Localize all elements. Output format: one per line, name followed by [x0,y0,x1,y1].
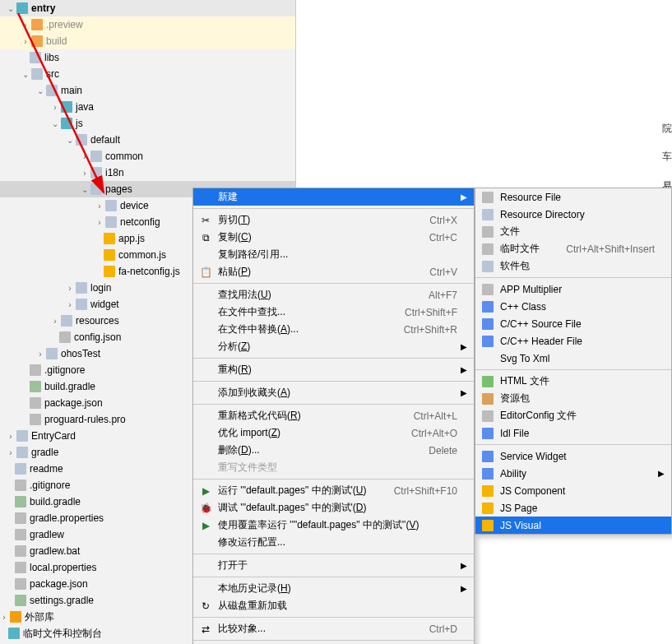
module-folder-icon [16,2,28,14]
tree-item-i18n[interactable]: ›i18n [0,164,295,181]
js-file-icon [482,520,494,531]
folder-icon [90,167,102,178]
submenu-arrow-icon: ▶ [461,388,467,397]
menu-item-addfav[interactable]: 添加到收藏夹(A)▶ [193,384,474,401]
tree-label: src [46,68,59,80]
tree-item-default[interactable]: ⌄default [0,132,295,148]
menu-item-resdir[interactable]: Resource Directory [475,206,671,223]
html-file-icon [482,376,494,387]
menu-item-analyze[interactable]: 分析(Z)▶ [193,338,474,355]
submenu-arrow-icon: ▶ [658,469,665,478]
menu-item-copy[interactable]: ⧉复制(C)Ctrl+C [193,229,474,246]
chevron-right-icon: › [0,613,8,622]
tree-item-libs[interactable]: libs [0,49,295,66]
scratches-icon [8,628,20,639]
file-icon [15,512,26,524]
file-icon [482,243,494,255]
folder-icon [16,447,28,458]
menu-item-editruncfg[interactable]: 修改运行配置... [193,534,474,551]
menu-divider [193,554,474,554]
menu-item-coverage[interactable]: ▶使用覆盖率运行 ''"default.pages" 中的测试''(V) [193,517,474,534]
tree-item-common[interactable]: ›common [0,148,295,164]
submenu-arrow-icon: ▶ [461,561,467,570]
folder-icon [105,216,117,228]
idl-file-icon [482,428,494,439]
gradle-file-icon [15,595,26,606]
menu-item-ability[interactable]: Ability▶ [475,465,671,482]
menu-item-idl[interactable]: Idl File [475,424,671,442]
tree-item-preview[interactable]: ›.preview [0,16,295,33]
menu-item-jspage[interactable]: JS Page [475,499,671,517]
chevron-right-icon: › [7,432,15,441]
menu-item-delete[interactable]: 删除(D)...Delete [193,442,474,459]
menu-item-cpphdr[interactable]: C/C++ Header File [475,332,671,350]
menu-item-paste[interactable]: 📋粘贴(P)Ctrl+V [193,263,474,280]
menu-item-refactor[interactable]: 重构(R)▶ [193,361,474,378]
tree-item-main[interactable]: ⌄main [0,82,295,99]
menu-item-openin[interactable]: 打开于▶ [193,557,474,574]
menu-item-jsvisual[interactable]: JS Visual [475,517,671,534]
folder-icon [46,348,58,359]
widget-icon [482,451,494,462]
menu-divider [475,444,671,445]
resource-bundle-icon [482,393,494,405]
menu-item-optimports[interactable]: 优化 import(Z)Ctrl+Alt+O [193,424,474,442]
menu-item-replaceinfiles[interactable]: 在文件中替换(A)...Ctrl+Shift+R [193,321,474,338]
menu-item-editorcfg[interactable]: EditorConfig 文件 [475,407,671,424]
menu-item-appmult[interactable]: APP Multiplier [475,280,671,298]
menu-item-resfile[interactable]: Resource File [475,188,671,206]
library-icon [10,611,21,623]
menu-item-pkg[interactable]: 软件包 [475,257,671,275]
menu-item-copypath[interactable]: 复制路径/引用... [193,246,474,263]
tree-label: libs [44,52,59,63]
menu-divider [193,479,474,480]
folder-icon [61,101,72,113]
tree-label: pages [105,183,132,195]
folder-icon [482,209,494,220]
menu-item-reloaddisk[interactable]: ↻从磁盘重新加载 [193,597,474,614]
menu-item-localhist[interactable]: 本地历史记录(H)▶ [193,580,474,597]
cpp-file-icon [482,301,494,313]
clipboard-icon: 📋 [198,266,213,278]
menu-item-reformat[interactable]: 重新格式化代码(R)Ctrl+Alt+L [193,407,474,424]
menu-item-scratch[interactable]: 临时文件Ctrl+Alt+Shift+Insert [475,240,671,257]
tree-item-entry[interactable]: ⌄entry [0,0,295,16]
cpp-file-icon [482,336,494,347]
file-icon [482,226,494,238]
menu-item-svcwidget[interactable]: Service Widget [475,447,671,465]
menu-item-resbundle[interactable]: 资源包 [475,390,671,407]
reload-icon: ↻ [198,600,213,612]
tree-item-build[interactable]: ›build [0,33,295,49]
menu-divider [193,577,474,577]
menu-item-findusages[interactable]: 查找用法(U)Alt+F7 [193,286,474,303]
folder-icon [15,463,26,475]
file-icon [15,545,26,557]
tree-item-java[interactable]: ›java [0,99,295,115]
file-icon [15,562,26,573]
menu-item-cppsrc[interactable]: C/C++ Source File [475,315,671,332]
folder-icon [482,261,494,272]
folder-icon [16,430,28,442]
submenu-arrow-icon: ▶ [461,584,467,593]
tree-label: local.properties [30,562,96,573]
menu-item-cppclass[interactable]: C++ Class [475,298,671,315]
menu-item-svgxml[interactable]: Svg To Xml [475,350,671,367]
editor-glyph: 院 [662,122,672,136]
tree-item-src[interactable]: ⌄src [0,66,295,82]
menu-item-run[interactable]: ▶运行 '"default.pages" 中的测试'(U)Ctrl+Shift+… [193,482,474,499]
json-file-icon [30,397,41,409]
menu-item-findinfiles[interactable]: 在文件中查找...Ctrl+Shift+F [193,303,474,321]
tree-item-js[interactable]: ⌄js [0,115,295,132]
menu-item-cut[interactable]: ✂剪切(T)Ctrl+X [193,211,474,229]
gradle-file-icon [30,381,41,392]
menu-item-new[interactable]: 新建▶ [193,188,474,206]
context-menu-new-submenu[interactable]: Resource File Resource Directory 文件 临时文件… [475,188,672,535]
tree-label: default [90,134,120,146]
menu-item-file[interactable]: 文件 [475,223,671,240]
js-file-icon [104,249,115,261]
menu-item-compare[interactable]: ⇄比较对象...Ctrl+D [193,620,474,637]
menu-item-jscomp[interactable]: JS Component [475,482,671,499]
context-menu-primary[interactable]: 新建▶ ✂剪切(T)Ctrl+X ⧉复制(C)Ctrl+C 复制路径/引用...… [192,188,475,644]
menu-item-html[interactable]: HTML 文件 [475,373,671,390]
menu-item-debug[interactable]: 🐞调试 '"default.pages" 中的测试'(D) [193,499,474,517]
